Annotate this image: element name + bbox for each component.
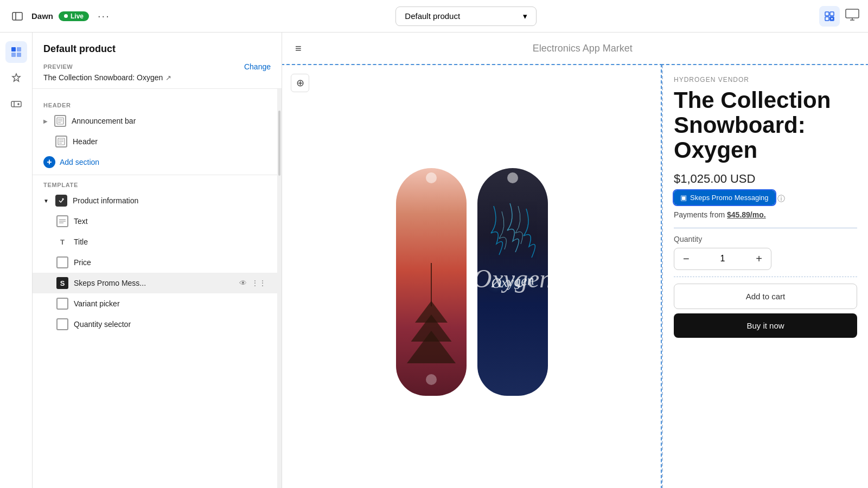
- product-info-icon: [55, 195, 67, 207]
- quantity-selector-icon: [56, 318, 68, 330]
- add-section-header-button[interactable]: + Add section: [33, 152, 277, 172]
- shopify-logo: [426, 374, 437, 385]
- payments-text: Payments from $45.89/mo.: [674, 210, 857, 219]
- payments-amount: $45.89/mo.: [727, 210, 766, 219]
- sidebar-item-title[interactable]: T Title: [33, 232, 277, 252]
- quantity-section: Quantity − 1 +: [674, 235, 857, 270]
- preview-product: The Collection Snowboard: Oxygen ↗: [43, 73, 271, 82]
- add-to-cart-button[interactable]: Add to cart: [674, 284, 857, 309]
- sidebar-item-text[interactable]: Text: [33, 211, 277, 232]
- panel-header: Default product PREVIEW Change The Colle…: [33, 33, 282, 89]
- vendor-label: HYDROGEN VENDOR: [674, 76, 857, 84]
- svg-rect-13: [17, 53, 21, 57]
- sidebar-customize-icon[interactable]: [5, 67, 27, 89]
- svg-rect-12: [11, 53, 16, 57]
- grid-view-button[interactable]: [819, 6, 840, 27]
- sidebar-item-variant-picker[interactable]: Variant picker: [33, 293, 277, 314]
- sections-panel: Default product PREVIEW Change The Colle…: [33, 33, 282, 488]
- quantity-label: Quantity: [674, 235, 857, 243]
- change-link[interactable]: Change: [244, 62, 271, 71]
- board-circle: [426, 172, 437, 183]
- external-link-icon: ↗: [165, 74, 171, 82]
- svg-rect-2: [825, 12, 829, 16]
- svg-rect-14: [11, 101, 21, 107]
- product-info-panel: HYDROGEN VENDOR The Collection Snowboard…: [662, 65, 868, 488]
- topbar-left: Dawn Live ···: [9, 8, 113, 25]
- product-layout: ⊕: [282, 65, 868, 488]
- header-group-label: HEADER: [33, 98, 277, 111]
- sections-tree: HEADER ▶ Announcement bar: [33, 89, 277, 488]
- flame-decoration: [483, 201, 542, 287]
- quantity-increase-button[interactable]: +: [756, 253, 762, 265]
- back-button[interactable]: [9, 8, 26, 25]
- text-icon: [56, 215, 68, 227]
- sidebar-item-product-information[interactable]: ▼ Product information: [33, 190, 277, 211]
- live-badge: Live: [59, 11, 89, 21]
- drag-handle[interactable]: ⋮⋮: [251, 279, 266, 287]
- preview-row: PREVIEW Change: [43, 62, 271, 71]
- add-section-label: Add section: [60, 158, 99, 166]
- title-label: Title: [74, 237, 88, 246]
- price-display: $1,025.00 USD: [674, 172, 857, 186]
- store-name: Electronics App Market: [310, 43, 855, 54]
- header-icon: [55, 136, 67, 147]
- tree-actions: 👁 ⋮⋮: [239, 279, 266, 287]
- sidebar-sections-icon[interactable]: [5, 41, 27, 63]
- skeps-s-icon: S: [56, 277, 68, 289]
- divider: [33, 175, 277, 175]
- chevron-right-icon: ▶: [43, 118, 48, 124]
- promo-row: ▣ Skeps Promo Messaging ⓘ: [674, 190, 857, 208]
- info-icon[interactable]: ⓘ: [777, 194, 785, 204]
- header-label: Header: [73, 137, 98, 146]
- price-icon: [56, 256, 68, 268]
- hamburger-icon[interactable]: ≡: [295, 42, 302, 55]
- title-icon: T: [56, 236, 68, 248]
- oxygen-text: Oxygen: [490, 272, 535, 292]
- scrollbar-thumb[interactable]: [278, 111, 280, 176]
- monitor-icon[interactable]: [845, 9, 859, 23]
- sidebar-item-quantity-selector[interactable]: Quantity selector: [33, 314, 277, 335]
- sidebar-item-price[interactable]: Price: [33, 252, 277, 273]
- svg-rect-10: [11, 47, 16, 52]
- tree-decoration: [410, 255, 453, 363]
- svg-rect-4: [825, 17, 829, 21]
- chevron-down-icon: ▾: [523, 11, 527, 21]
- quantity-decrease-button[interactable]: −: [683, 253, 690, 265]
- topbar-center: Default product ▾: [120, 7, 813, 26]
- more-button[interactable]: ···: [94, 8, 113, 24]
- quantity-control: − 1 +: [674, 248, 771, 270]
- sidebar-add-icon[interactable]: [5, 93, 27, 115]
- quantity-selector-label: Quantity selector: [74, 320, 131, 329]
- price-label: Price: [74, 258, 91, 267]
- buy-now-button[interactable]: Buy it now: [674, 313, 857, 338]
- product-dropdown[interactable]: Default product ▾: [395, 7, 537, 26]
- topbar-right: [819, 6, 859, 27]
- snowboards-container: Oxygen: [396, 168, 548, 396]
- main-layout: Default product PREVIEW Change The Colle…: [0, 33, 868, 488]
- announcement-bar-icon: [54, 115, 66, 127]
- product-information-label: Product information: [73, 196, 138, 205]
- eye-button[interactable]: 👁: [239, 279, 247, 287]
- quantity-value: 1: [720, 254, 725, 264]
- sidebar-item-header[interactable]: Header: [33, 131, 277, 152]
- topbar: Dawn Live ··· Default product ▾: [0, 0, 868, 33]
- chevron-down-icon: ▼: [43, 198, 49, 204]
- scrollbar-track[interactable]: [277, 89, 282, 488]
- svg-rect-11: [17, 47, 21, 52]
- sidebar-item-skeps-promo[interactable]: S Skeps Promo Mess... 👁 ⋮⋮: [33, 273, 277, 293]
- section-divider: [674, 228, 857, 228]
- icon-sidebar: [0, 33, 33, 488]
- add-circle-icon: +: [43, 156, 55, 168]
- template-group-label: TEMPLATE: [33, 177, 277, 190]
- svg-rect-7: [846, 9, 859, 18]
- zoom-button[interactable]: ⊕: [291, 74, 309, 92]
- variant-picker-label: Variant picker: [74, 299, 120, 308]
- svg-rect-3: [830, 12, 834, 16]
- sidebar-item-announcement-bar[interactable]: ▶ Announcement bar: [33, 111, 277, 131]
- section-divider-2: [674, 277, 857, 277]
- svg-rect-0: [12, 12, 22, 20]
- variant-picker-icon: [56, 298, 68, 310]
- theme-name: Dawn: [31, 11, 53, 21]
- preview-area: ≡ Electronics App Market ⊕: [282, 33, 868, 488]
- preview-frame: ≡ Electronics App Market ⊕: [282, 33, 868, 488]
